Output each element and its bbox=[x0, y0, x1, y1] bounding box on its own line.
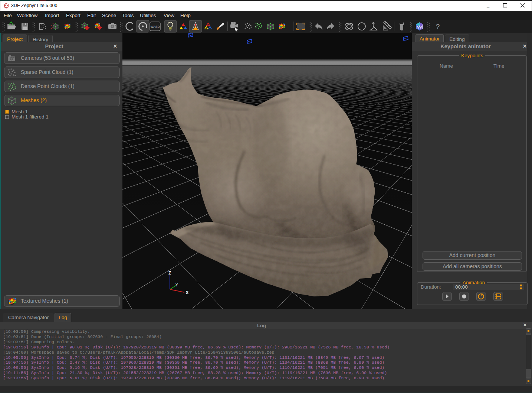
svg-text:X: X bbox=[185, 290, 189, 295]
svg-text:Z: Z bbox=[168, 270, 171, 276]
svg-text:Y: Y bbox=[175, 283, 178, 287]
svg-text:WASD: WASD bbox=[150, 25, 160, 29]
svg-text:?: ? bbox=[436, 23, 440, 30]
